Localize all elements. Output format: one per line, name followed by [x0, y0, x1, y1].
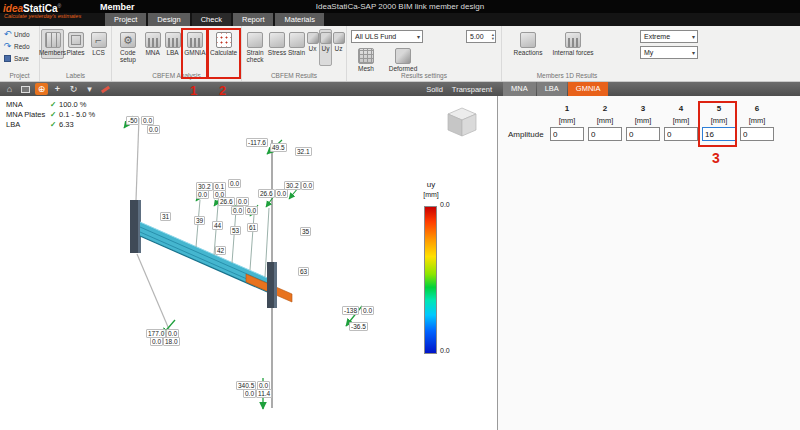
save-button[interactable]: Save: [3, 54, 39, 63]
uz-button[interactable]: Uz: [332, 29, 345, 66]
group-label-members-1d: Members 1D Results: [502, 72, 632, 79]
annotation-box-2: [207, 28, 241, 79]
component-value: My: [644, 49, 653, 56]
model-label: 0.0: [196, 190, 209, 199]
members-button[interactable]: Members: [41, 29, 64, 59]
ux-button[interactable]: Ux: [306, 29, 319, 66]
ribbon-tab-check[interactable]: Check: [192, 13, 231, 26]
ribbon-tab-project[interactable]: Project: [105, 13, 146, 26]
mna-button[interactable]: MNA: [143, 29, 163, 66]
reactions-button[interactable]: Reactions: [510, 29, 546, 59]
scale-value: 5.00: [470, 33, 484, 40]
mna-icon: [145, 32, 161, 48]
results-panel: 123456 [mm][mm][mm][mm][mm][mm] Amplitud…: [497, 96, 800, 430]
solid-mode-button[interactable]: Solid: [426, 85, 443, 94]
deformed-label: Deformed: [389, 65, 418, 72]
model-label: 0.0: [275, 189, 288, 198]
amplitude-input-3[interactable]: [626, 127, 660, 141]
column-header-3: 3: [624, 104, 662, 116]
ribbon: ↶Undo ↷Redo Save Project Members Plates …: [0, 26, 800, 82]
members-icon: [45, 32, 61, 48]
view-options-chevron-icon[interactable]: ▾: [83, 83, 96, 95]
column-header-1: 1: [548, 104, 586, 116]
amplitude-input-6[interactable]: [740, 127, 774, 141]
model-label: 49.5: [270, 143, 287, 152]
uz-label: Uz: [335, 45, 343, 52]
model-label: -117.6: [246, 138, 268, 147]
undo-label: Undo: [14, 31, 30, 38]
model-label: 0.0: [231, 206, 244, 215]
chevron-down-icon: ▾: [692, 49, 695, 56]
post: [232, 210, 236, 263]
app-name: Member: [100, 2, 135, 12]
code-setup-icon: ⚙: [120, 32, 136, 48]
deformed-button[interactable]: Deformed: [383, 45, 423, 75]
strain-button[interactable]: Strain: [287, 29, 306, 66]
uy-button[interactable]: Uy: [319, 29, 332, 66]
column-header-6: 6: [738, 104, 776, 116]
stress-label: Stress: [268, 49, 286, 56]
viewport-3d[interactable]: MNA✓100.0 %MNA Plates✓0.1 - 5.0 %LBA✓6.3…: [0, 96, 497, 430]
reactions-label: Reactions: [514, 49, 543, 56]
stress-button[interactable]: Stress: [267, 29, 287, 66]
pan-icon[interactable]: +: [51, 83, 64, 95]
mesh-button[interactable]: Mesh: [351, 45, 381, 75]
model-label: 0.0: [150, 337, 163, 346]
results-tab-gmnia[interactable]: GMNIA: [568, 82, 609, 96]
amplitude-input-1[interactable]: [550, 127, 584, 141]
amplitude-input-2[interactable]: [588, 127, 622, 141]
amplitude-cell-3: [624, 127, 662, 144]
home-view-icon[interactable]: ⌂: [3, 83, 16, 95]
lcs-label: LCS: [92, 49, 105, 56]
fit-screen-icon[interactable]: [19, 83, 32, 95]
uy-icon: [320, 32, 332, 44]
model-label: 44: [212, 221, 223, 230]
lcs-button[interactable]: ⌐LCS: [87, 29, 110, 59]
model-label: 11.4: [256, 389, 272, 398]
model-label: 26.6: [258, 189, 275, 198]
results-tab-lba[interactable]: LBA: [537, 82, 567, 96]
reactions-icon: [520, 32, 536, 48]
orbit-icon[interactable]: ↻: [67, 83, 80, 95]
model-label: 39: [194, 216, 205, 225]
transparent-mode-button[interactable]: Transparent: [452, 85, 492, 94]
ribbon-tab-materials[interactable]: Materials: [275, 13, 323, 26]
lba-icon: [165, 32, 181, 48]
spinner-arrows-icon[interactable]: ▴▾: [492, 33, 494, 41]
results-tab-bar: MNALBAGMNIA: [497, 82, 800, 96]
ribbon-tab-design[interactable]: Design: [148, 13, 189, 26]
redo-icon: ↷: [3, 42, 12, 51]
plates-button[interactable]: Plates: [64, 29, 87, 59]
strain-check-label: Strain check: [244, 49, 266, 63]
plates-label: Plates: [66, 49, 84, 56]
undo-button[interactable]: ↶Undo: [3, 30, 39, 39]
amplitude-cell-1: [548, 127, 586, 144]
strain-check-icon: [247, 32, 263, 48]
column-unit-1: [mm]: [548, 116, 586, 127]
internal-forces-button[interactable]: Internal forces: [550, 29, 596, 59]
extreme-dropdown[interactable]: Extreme▾: [640, 30, 698, 43]
amplitude-input-4[interactable]: [664, 127, 698, 141]
load-case-dropdown[interactable]: All ULS Fund▾: [351, 30, 423, 43]
ribbon-tab-report[interactable]: Report: [233, 13, 274, 26]
results-tab-mna[interactable]: MNA: [503, 82, 536, 96]
redo-button[interactable]: ↷Redo: [3, 42, 39, 51]
strain-icon: [289, 32, 305, 48]
annotation-box-1: [181, 28, 208, 79]
clipping-brush-icon[interactable]: [99, 83, 112, 95]
component-dropdown[interactable]: My▾: [640, 46, 698, 59]
stress-icon: [269, 32, 285, 48]
scale-spinner[interactable]: 5.00▴▾: [466, 30, 496, 43]
model-label: 31: [160, 212, 171, 221]
model-label: 0.0: [361, 306, 374, 315]
orientation-cube[interactable]: [448, 108, 476, 136]
lba-button[interactable]: LBA: [163, 29, 183, 66]
ribbon-group-labels: Members Plates ⌐LCS Labels: [40, 26, 112, 81]
viewport-toolbar: ⌂ ⊕ + ↻ ▾ Solid Transparent: [0, 82, 497, 96]
column-unit-2: [mm]: [586, 116, 624, 127]
lba-label: LBA: [166, 49, 178, 56]
strain-check-button[interactable]: Strain check: [243, 29, 267, 66]
members-label: Members: [39, 49, 66, 56]
code-setup-button[interactable]: ⚙Code setup: [113, 29, 143, 66]
zoom-icon[interactable]: ⊕: [35, 83, 48, 95]
